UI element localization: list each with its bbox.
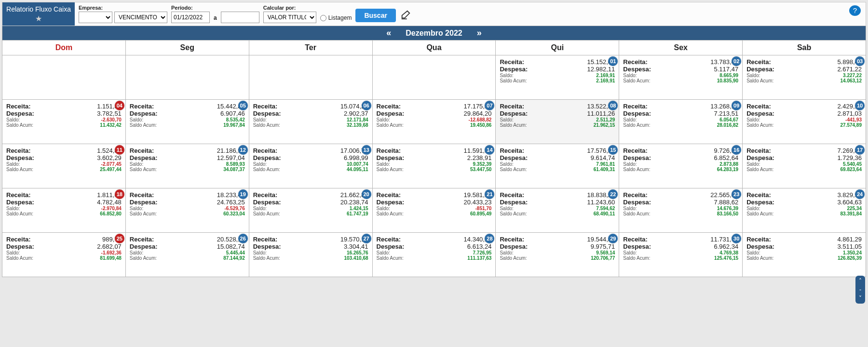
day-badge: 02 — [732, 56, 741, 66]
day-row: Saldo:12.171,84 — [253, 117, 368, 122]
day-28[interactable]: 28Receita:14.340,19Despesa:6.613,24Saldo… — [373, 233, 496, 277]
day-01[interactable]: 01Receita:15.152,02Despesa:12.982,11Sald… — [496, 55, 619, 100]
row-value: 14.676,39 — [717, 206, 739, 211]
day-row: Saldo:7.726,95 — [377, 250, 492, 255]
day-row: Despesa:6.998,99 — [253, 154, 368, 161]
day-26[interactable]: 26Receita:20.528,18Despesa:15.082,74Sald… — [126, 233, 249, 277]
day-30[interactable]: 30Receita:11.731,72Despesa:6.962,34Saldo… — [619, 233, 743, 277]
row-label: Receita: — [377, 236, 401, 243]
row-value: 8.535,42 — [226, 117, 245, 122]
buscar-button[interactable]: Buscar — [355, 9, 395, 22]
day-row: Despesa:7.888,62 — [623, 199, 738, 206]
row-label: Despesa: — [500, 110, 528, 117]
day-20[interactable]: 20Receita:21.662,89Despesa:20.238,74Sald… — [249, 188, 373, 233]
day-18[interactable]: 18Receita:1.811,64Despesa:4.782,48Saldo:… — [2, 188, 126, 233]
row-value: 15.082,74 — [217, 243, 245, 250]
calc-select[interactable]: VALOR TITULO — [263, 12, 316, 23]
favorite-star-icon[interactable]: ★ — [35, 14, 42, 23]
row-value: 61.747,19 — [347, 211, 368, 216]
day-row: Saldo Acum:103.410,68 — [253, 255, 368, 261]
day-17[interactable]: 17Receita:7.269,81Despesa:1.729,36Saldo:… — [743, 144, 866, 188]
day-04[interactable]: 04Receita:1.151,81Despesa:3.782,51Saldo:… — [2, 100, 126, 144]
help-icon[interactable]: ? — [849, 5, 861, 16]
row-value: 83.166,50 — [717, 211, 739, 216]
row-label: Despesa: — [130, 154, 158, 161]
row-value: 9.975,71 — [591, 243, 615, 250]
date-from-input[interactable] — [171, 12, 210, 23]
day-badge: 20 — [362, 189, 371, 199]
pager-down-icon[interactable]: ˅ — [859, 295, 862, 302]
day-row: Despesa:3.602,29 — [6, 154, 122, 161]
day-22[interactable]: 22Receita:18.838,22Despesa:11.243,60Sald… — [496, 188, 619, 233]
day-16[interactable]: 16Receita:9.726,52Despesa:6.852,64Saldo:… — [619, 144, 743, 188]
row-label: Receita: — [500, 103, 524, 110]
day-25[interactable]: 25Receita:989,71Despesa:2.682,07Saldo:-1… — [2, 233, 126, 277]
day-badge: 23 — [732, 189, 741, 199]
empresa-select[interactable] — [79, 12, 112, 23]
row-label: Receita: — [500, 58, 524, 66]
day-05[interactable]: 05Receita:15.442,88Despesa:6.907,46Saldo… — [126, 100, 249, 144]
day-27[interactable]: 27Receita:19.570,17Despesa:3.304,41Saldo… — [249, 233, 373, 277]
day-15[interactable]: 15Receita:17.576,55Despesa:9.614,74Saldo… — [496, 144, 619, 188]
day-08[interactable]: 08Receita:13.522,55Despesa:11.011,26Sald… — [496, 100, 619, 144]
day-09[interactable]: 09Receita:13.268,18Despesa:7.213,51Saldo… — [619, 100, 743, 144]
row-label: Despesa: — [746, 154, 774, 161]
eraser-icon[interactable] — [400, 10, 411, 22]
row-label: Receita: — [377, 147, 401, 154]
day-row: Saldo:-441,93 — [746, 117, 862, 122]
row-value: 125.476,15 — [714, 255, 738, 261]
day-19[interactable]: 19Receita:18.233,49Despesa:24.763,25Sald… — [126, 188, 249, 233]
row-label: Receita: — [377, 103, 401, 110]
row-value: 64.283,19 — [717, 167, 739, 172]
date-to-input[interactable] — [221, 12, 259, 23]
day-row: Saldo:5.445,44 — [130, 250, 245, 255]
row-label: Saldo Acum: — [500, 78, 527, 83]
day-21[interactable]: 21Receita:19.581,53Despesa:20.433,23Sald… — [373, 188, 496, 233]
day-row: Saldo:-12.688,82 — [377, 117, 492, 122]
row-label: Saldo: — [746, 250, 760, 255]
row-label: Saldo: — [500, 250, 513, 255]
day-badge: 19 — [238, 189, 248, 199]
row-value: 9.352,39 — [473, 161, 491, 167]
next-month-button[interactable]: » — [477, 28, 482, 38]
day-badge: 17 — [855, 145, 865, 155]
row-value: 11.011,26 — [587, 110, 615, 117]
row-value: 5.117,47 — [714, 66, 739, 73]
day-row: Saldo:-6.529,76 — [130, 206, 245, 211]
row-label: Saldo: — [377, 161, 390, 167]
row-value: 12.597,04 — [217, 154, 245, 161]
periodo-group: Período: — [171, 5, 210, 23]
day-14[interactable]: 14Receita:11.591,30Despesa:2.238,91Saldo… — [373, 144, 496, 188]
day-11[interactable]: 11Receita:1.524,84Despesa:3.602,29Saldo:… — [2, 144, 126, 188]
day-07[interactable]: 07Receita:17.175,38Despesa:29.864,20Sald… — [373, 100, 496, 144]
day-badge: 26 — [238, 234, 248, 243]
row-label: Saldo: — [500, 161, 513, 167]
row-label: Saldo Acum: — [6, 167, 33, 172]
day-24[interactable]: 24Receita:3.829,97Despesa:3.604,63Saldo:… — [743, 188, 866, 233]
row-value: 6.613,24 — [467, 243, 492, 250]
day-badge: 27 — [362, 234, 371, 243]
day-29[interactable]: 29Receita:19.544,85Despesa:9.975,71Saldo… — [496, 233, 619, 277]
day-row: Saldo Acum:60.895,49 — [377, 211, 492, 216]
row-label: Receita: — [6, 103, 31, 110]
day-badge: 04 — [115, 101, 124, 110]
pager-mid-icon[interactable]: - — [859, 286, 861, 293]
prev-month-button[interactable]: « — [386, 28, 391, 38]
pager-up-icon[interactable]: ˄ — [859, 278, 862, 284]
day-10[interactable]: 10Receita:2.429,10Despesa:2.871,03Saldo:… — [743, 100, 866, 144]
row-label: Receita: — [623, 58, 648, 66]
day-23[interactable]: 23Receita:22.565,01Despesa:7.888,62Saldo… — [619, 188, 743, 233]
day-02[interactable]: 02Receita:13.783,46Despesa:5.117,47Saldo… — [619, 55, 743, 100]
periodo-label: Período: — [171, 5, 210, 11]
vencimento-select[interactable]: VENCIMENTO — [114, 12, 167, 23]
row-label: Receita: — [253, 236, 278, 243]
day-31[interactable]: Receita:4.861,29Despesa:3.511,05Saldo:1.… — [743, 233, 866, 277]
day-13[interactable]: 13Receita:17.006,73Despesa:6.998,99Saldo… — [249, 144, 373, 188]
day-12[interactable]: 12Receita:21.186,97Despesa:12.597,04Sald… — [126, 144, 249, 188]
day-row: Saldo:16.265,76 — [253, 250, 368, 255]
day-06[interactable]: 06Receita:15.074,21Despesa:2.902,37Saldo… — [249, 100, 373, 144]
row-label: Despesa: — [623, 66, 651, 73]
day-03[interactable]: 03Receita:5.898,44Despesa:2.671,22Saldo:… — [743, 55, 866, 100]
day-row: Despesa:4.782,48 — [6, 199, 122, 206]
listagem-radio[interactable] — [320, 15, 326, 21]
